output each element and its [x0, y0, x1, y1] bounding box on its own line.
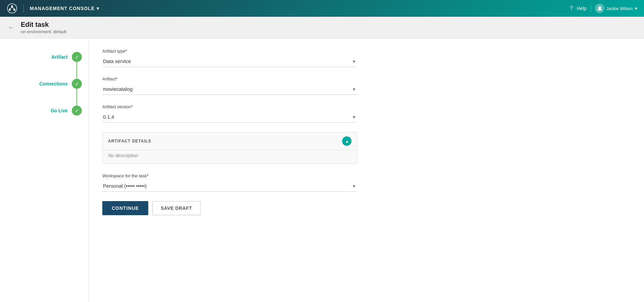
artifact-version-select[interactable]: 0.1.4 [102, 111, 357, 123]
header-left: MANAGEMENT CONSOLE ▾ [7, 3, 99, 14]
main-layout: Artifact ✓ Connections ✓ Go Live ✓ Artif… [0, 39, 644, 302]
main-header: MANAGEMENT CONSOLE ▾ ? Help Jackie Wilso… [0, 0, 644, 17]
step-connections-label: Connections [39, 81, 68, 86]
artifact-group: Artifact* moviecatalog ▾ [102, 76, 631, 95]
step-golive-circle: ✓ [72, 106, 82, 116]
artifact-details-chevron-icon: ▴ [346, 138, 348, 144]
step-connections: Connections ✓ [7, 79, 82, 89]
artifact-type-select[interactable]: Data service [102, 56, 357, 67]
artifact-version-group: Artifact version* 0.1.4 ▾ [102, 104, 631, 123]
workspace-label: Workspace for the task* [102, 173, 631, 178]
artifact-type-label: Artifact type* [102, 49, 631, 54]
step-golive: Go Live ✓ [7, 106, 82, 116]
help-icon: ? [570, 5, 573, 11]
svg-point-0 [7, 4, 17, 13]
step-connector-2 [76, 89, 77, 106]
svg-point-2 [9, 9, 11, 11]
artifact-details-body: No description [103, 150, 357, 164]
artifact-label: Artifact* [102, 76, 631, 81]
app-logo [7, 3, 17, 14]
workspace-select-wrapper: Personal (••••• •••••) ▾ [102, 180, 357, 192]
artifact-select[interactable]: moviecatalog [102, 83, 357, 95]
page-subtitle: on environment: default [21, 29, 66, 34]
artifact-type-select-wrapper: Data service ▾ [102, 56, 357, 67]
header-right-divider [591, 5, 591, 12]
steps-sidebar: Artifact ✓ Connections ✓ Go Live ✓ [0, 39, 89, 302]
step-artifact-check-icon: ✓ [75, 54, 79, 60]
user-menu[interactable]: Jackie Wilson ▾ [595, 4, 637, 13]
step-connections-check-icon: ✓ [75, 81, 79, 87]
step-artifact-label: Artifact [51, 54, 68, 60]
step-golive-label: Go Live [51, 108, 68, 113]
artifact-details-description: No description [108, 153, 138, 158]
app-title: MANAGEMENT CONSOLE ▾ [30, 6, 99, 11]
back-button[interactable]: ← [7, 23, 15, 33]
artifact-details-title: ARTIFACT DETAILS [108, 139, 151, 143]
header-divider [23, 4, 24, 12]
buttons-row: CONTINUE SAVE DRAFT [102, 201, 631, 215]
sub-header: ← Edit task on environment: default [0, 17, 644, 39]
step-golive-check-icon: ✓ [75, 108, 79, 114]
step-connections-circle: ✓ [72, 79, 82, 89]
back-arrow-icon: ← [8, 24, 14, 31]
dropdown-chevron-icon[interactable]: ▾ [97, 6, 99, 11]
save-draft-button[interactable]: SAVE DRAFT [152, 201, 200, 215]
page-title: Edit task [21, 21, 66, 28]
svg-point-3 [13, 9, 15, 11]
artifact-version-label: Artifact version* [102, 104, 631, 109]
user-name: Jackie Wilson [606, 6, 633, 11]
artifact-select-wrapper: moviecatalog ▾ [102, 83, 357, 95]
continue-button[interactable]: CONTINUE [102, 201, 148, 215]
artifact-details-header[interactable]: ARTIFACT DETAILS ▴ [103, 132, 357, 150]
user-avatar [595, 4, 604, 13]
user-dropdown-icon: ▾ [635, 6, 637, 11]
workspace-group: Workspace for the task* Personal (••••• … [102, 173, 631, 192]
svg-point-1 [11, 5, 13, 7]
artifact-details-box: ARTIFACT DETAILS ▴ No description [102, 132, 357, 164]
step-artifact-circle: ✓ [72, 52, 82, 62]
step-artifact: Artifact ✓ [7, 52, 82, 62]
step-connector-1 [76, 62, 77, 79]
svg-line-4 [10, 7, 12, 9]
help-label[interactable]: Help [577, 6, 587, 11]
svg-line-5 [12, 7, 14, 9]
content-area: Artifact type* Data service ▾ Artifact* … [89, 39, 644, 302]
artifact-details-toggle-button[interactable]: ▴ [342, 136, 352, 146]
artifact-type-group: Artifact type* Data service ▾ [102, 49, 631, 67]
page-title-block: Edit task on environment: default [21, 21, 66, 34]
header-right: ? Help Jackie Wilson ▾ [570, 4, 637, 13]
workspace-select[interactable]: Personal (••••• •••••) [102, 180, 357, 192]
artifact-version-select-wrapper: 0.1.4 ▾ [102, 111, 357, 123]
